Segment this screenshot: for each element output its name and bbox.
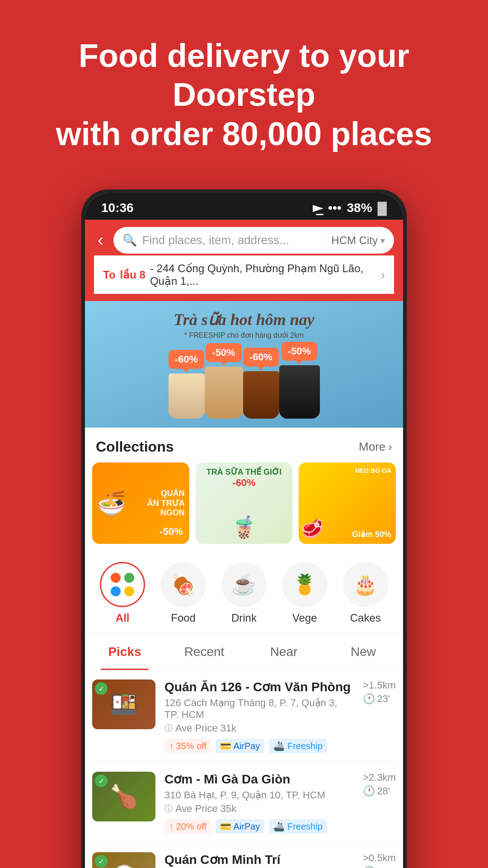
- banner-section: Trà sữa hot hôm nay * FREESHIP cho đơn h…: [85, 301, 403, 428]
- category-cakes-label: Cakes: [350, 612, 381, 624]
- restaurant-info-3: Quán Cơm Minh Trí 26/38/14 Đỗ Quang Đẩu,…: [164, 852, 354, 868]
- info-icon-2: ⓘ: [164, 803, 173, 814]
- search-placeholder: Find places, item, address...: [142, 233, 319, 247]
- back-button[interactable]: ‹: [94, 231, 107, 250]
- location-badge[interactable]: HCM City ▾: [324, 234, 385, 247]
- drink-group-2: -50%: [205, 343, 243, 419]
- categories-row: All 🍖 Food ☕ Drink: [92, 562, 396, 624]
- content-area: Collections More › 🍜 QUÁNĂN TRƯANGON -50…: [85, 428, 403, 868]
- phone-screen: 10:36 ►̲ ••• 38% ▓ ‹ 🔍 Find places, item…: [85, 193, 403, 868]
- category-drink-label: Drink: [231, 612, 257, 624]
- category-cakes[interactable]: 🎂 Cakes: [343, 562, 388, 624]
- collections-row: 🍜 QUÁNĂN TRƯANGON -50% TRÀ SỮA THẾ GIỚI-…: [85, 462, 403, 553]
- category-food-icon: 🍖: [161, 562, 206, 607]
- chevron-down-icon: ▾: [380, 235, 385, 246]
- restaurant-address-1: 126 Cách Mạng Tháng 8, P. 7, Quận 3, TP.…: [164, 697, 354, 721]
- phone-wrapper: 10:36 ►̲ ••• 38% ▓ ‹ 🔍 Find places, item…: [0, 189, 488, 868]
- restaurant-image-3: 🍚 ✓: [92, 852, 155, 868]
- restaurant-address-2: 310 Bà Hạt, P. 9, Quận 10, TP. HCM: [164, 789, 354, 801]
- drink-cup-1: [169, 373, 205, 419]
- search-bar[interactable]: 🔍 Find places, item, address... HCM City…: [113, 227, 394, 254]
- status-icons: ►̲ ••• 38% ▓: [313, 200, 387, 215]
- restaurant-tags-1: ↑ 35% off 💳 AirPay 🚢 Freeship: [164, 739, 354, 753]
- collection-card-2[interactable]: TRÀ SỮA THẾ GIỚI-60% 🧋: [196, 462, 293, 544]
- category-food[interactable]: 🍖 Food: [161, 562, 206, 624]
- restaurant-meta-1: ⓘ Ave Price 31k: [164, 722, 354, 734]
- collections-title: Collections: [96, 439, 174, 455]
- search-row: ‹ 🔍 Find places, item, address... HCM Ci…: [94, 227, 394, 254]
- drink-cup-2: [205, 367, 243, 419]
- restaurant-item-3[interactable]: 🍚 ✓ Quán Cơm Minh Trí 26/38/14 Đỗ Quang …: [92, 843, 396, 868]
- address-floor: lầu 8: [120, 269, 145, 281]
- clock-icon-1: 🕐: [363, 693, 375, 705]
- banner-background: Trà sữa hot hôm nay * FREESHIP cho đơn h…: [85, 301, 403, 428]
- clock-icon-2: 🕐: [363, 785, 375, 797]
- tab-new[interactable]: New: [324, 634, 403, 670]
- discount-tag-4: -50%: [282, 342, 317, 361]
- tag-discount-1: ↑ 35% off: [164, 739, 211, 753]
- discount-tag-3: -60%: [243, 348, 279, 367]
- category-cakes-icon: 🎂: [343, 562, 388, 607]
- app-header: ‹ 🔍 Find places, item, address... HCM Ci…: [85, 220, 403, 301]
- category-all-label: All: [116, 612, 130, 624]
- tabs-section: Picks Recent Near New: [85, 633, 403, 670]
- restaurant-tags-2: ↑ 20% off 💳 AirPay 🚢 Freeship: [164, 819, 354, 834]
- phone-frame: 10:36 ►̲ ••• 38% ▓ ‹ 🔍 Find places, item…: [81, 189, 407, 868]
- restaurant-name-1: Quán Ăn 126 - Cơm Văn Phòng: [164, 679, 354, 694]
- restaurant-item-1[interactable]: 🍱 ✓ Quán Ăn 126 - Cơm Văn Phòng 126 Cách…: [92, 670, 396, 763]
- verified-badge-1: ✓: [95, 682, 108, 695]
- tag-discount-2: ↑ 20% off: [164, 819, 211, 834]
- clock-icon-3: 🕐: [363, 866, 375, 868]
- location-name: HCM City: [331, 234, 378, 247]
- restaurant-name-2: Cơm - Mì Gà Da Giòn: [164, 772, 354, 787]
- category-vege-icon: 🍍: [282, 562, 327, 607]
- drink-cup-3: [243, 371, 279, 419]
- tab-picks[interactable]: Picks: [85, 634, 164, 670]
- category-food-label: Food: [171, 612, 196, 624]
- hero-title-line1: Food delivery to your Doorstep: [79, 38, 409, 113]
- category-all[interactable]: All: [100, 562, 145, 624]
- restaurant-distance-1: >1.5km 🕐 23': [363, 679, 396, 705]
- status-bar: 10:36 ►̲ ••• 38% ▓: [85, 193, 403, 220]
- restaurant-item-2[interactable]: 🍗 ✓ Cơm - Mì Gà Da Giòn 310 Bà Hạt, P. 9…: [92, 763, 396, 843]
- banner-title: Trà sữa hot hôm nay: [85, 310, 403, 329]
- restaurant-distance-3: >0.5km 🕐 23': [363, 852, 396, 868]
- tab-recent[interactable]: Recent: [164, 634, 244, 670]
- verified-badge-3: ✓: [95, 855, 108, 868]
- restaurant-list: 🍱 ✓ Quán Ăn 126 - Cơm Văn Phòng 126 Cách…: [85, 670, 403, 868]
- discount-tag-1: -60%: [169, 350, 204, 369]
- banner-title-area: Trà sữa hot hôm nay * FREESHIP cho đơn h…: [85, 310, 403, 340]
- restaurant-meta-2: ⓘ Ave Price 35k: [164, 803, 354, 815]
- address-arrow-icon: ›: [381, 268, 385, 282]
- restaurant-image-1: 🍱 ✓: [92, 679, 155, 729]
- collection-card-3[interactable]: HEO BÒ GÀ Giảm 50% 🥩: [299, 462, 396, 544]
- restaurant-image-2: 🍗 ✓: [92, 772, 155, 821]
- restaurant-info-1: Quán Ăn 126 - Cơm Văn Phòng 126 Cách Mạn…: [164, 679, 354, 753]
- verified-badge-2: ✓: [95, 774, 108, 787]
- category-drink-icon: ☕: [221, 562, 267, 607]
- discount-tag-2: -50%: [206, 343, 241, 362]
- tab-near[interactable]: Near: [244, 634, 324, 670]
- hero-title-line2: with order 80,000 places: [56, 116, 432, 152]
- banner-subtitle: * FREESHIP cho đơn hàng dưới 2km: [85, 331, 403, 340]
- category-drink[interactable]: ☕ Drink: [221, 562, 267, 624]
- hero-title: Food delivery to your Doorstep with orde…: [27, 36, 461, 153]
- collection-card-1[interactable]: 🍜 QUÁNĂN TRƯANGON -50%: [92, 462, 189, 544]
- battery-level: 38%: [347, 201, 372, 215]
- hero-section: Food delivery to your Doorstep with orde…: [0, 0, 488, 171]
- drink-group-4: -50%: [279, 342, 320, 419]
- address-bar[interactable]: To lầu 8 - 244 Cống Quỳnh, Phường Phạm N…: [94, 255, 394, 294]
- wifi-icon: ►̲: [313, 200, 323, 215]
- tag-freeship-1: 🚢 Freeship: [269, 739, 327, 753]
- collections-header: Collections More ›: [85, 428, 403, 462]
- drink-cup-4: [279, 365, 320, 419]
- collections-more-link[interactable]: More ›: [359, 440, 392, 454]
- restaurant-name-3: Quán Cơm Minh Trí: [164, 852, 354, 867]
- chevron-right-icon: ›: [388, 440, 392, 454]
- category-vege[interactable]: 🍍 Vege: [282, 562, 327, 624]
- restaurant-info-2: Cơm - Mì Gà Da Giòn 310 Bà Hạt, P. 9, Qu…: [164, 772, 354, 834]
- search-icon: 🔍: [122, 233, 137, 247]
- tabs-row: Picks Recent Near New: [85, 634, 403, 670]
- battery-icon: ▓: [378, 201, 387, 215]
- tag-airpay-1: 💳 AirPay: [216, 739, 264, 753]
